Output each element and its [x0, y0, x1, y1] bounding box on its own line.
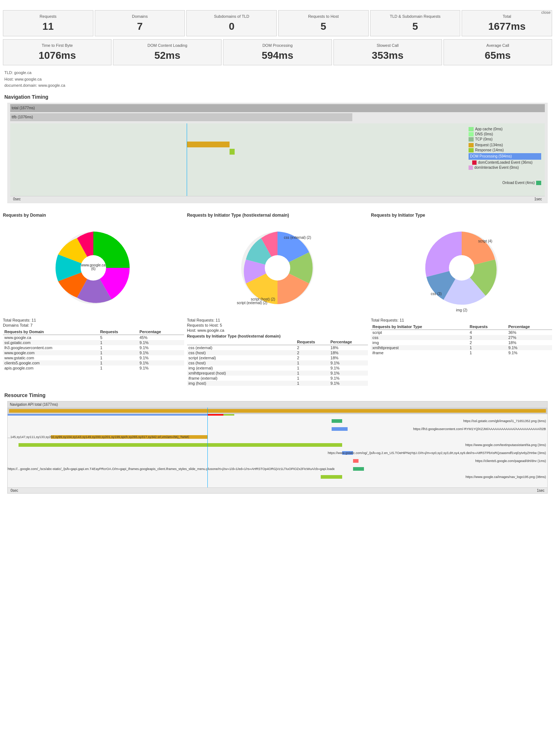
initiator-host-chart-section: Requests by Initiator Type (host/externa… — [187, 213, 368, 386]
initiator-col-percentage: Percentage — [507, 324, 552, 330]
stat-slowest-call: Slowest Call 353ms — [333, 39, 442, 65]
initiator-host-col-requests: Requests — [296, 339, 329, 345]
svg-point-8 — [265, 255, 290, 281]
stat-avg-call: Average Call 65ms — [443, 39, 552, 65]
stat-tld-subdomain-value: 5 — [373, 21, 457, 32]
table-row: lh3.googleusercontent.com19.1% — [3, 345, 184, 350]
stat-subdomains-value: 0 — [190, 21, 274, 32]
initiator-host-table: Requests Percentage css (external)218%cs… — [187, 339, 368, 386]
resource-axis-start: 0sec — [11, 489, 18, 493]
initiator-col-header: Requests by Initiator Type — [371, 324, 468, 330]
table-row: apis.google.com19.1% — [3, 365, 184, 371]
stat-avg-call-label: Average Call — [447, 43, 549, 48]
table-row: img (host)19.1% — [187, 381, 368, 386]
stat-total: Total 1677ms — [462, 10, 552, 36]
stat-requests: Requests 11 — [3, 10, 93, 36]
table-row: img218% — [371, 340, 552, 345]
table-row: css (external)218% — [187, 345, 368, 350]
stat-subdomains-label: Subdomains of TLD — [190, 14, 274, 19]
stat-domains: Domains 7 — [95, 10, 185, 36]
initiator-host-col-percentage: Percentage — [329, 339, 368, 345]
meta-tld: TLD: google.ca — [4, 70, 551, 76]
stat-subdomains: Subdomains of TLD 0 — [186, 10, 277, 36]
table-row: www.google.ca545% — [3, 335, 184, 340]
initiator-host-requests-to-host: Requests to Host: 5 — [187, 323, 368, 327]
table-row: css327% — [371, 335, 552, 340]
table-row: xmlhttprequest (host)19.1% — [187, 371, 368, 376]
stat-requests-value: 11 — [6, 21, 90, 32]
resource-axis-mid: 1sec — [537, 489, 544, 493]
initiator-table-section: Total Requests: 11 Requests by Initiator… — [371, 318, 552, 355]
resource-timing-section: Resource Timing Navigation API total (16… — [0, 389, 555, 500]
stat-requests-label: Requests — [6, 14, 90, 19]
stat-ttfb: Time to First Byte 1076ms — [3, 39, 112, 65]
resource-axis: 0sec 1sec — [8, 487, 547, 493]
svg-text:script (4): script (4) — [478, 239, 492, 243]
stat-avg-call-value: 65ms — [447, 50, 549, 61]
stat-ttfb-value: 1076ms — [6, 50, 108, 61]
initiator-col-requests: Requests — [468, 324, 507, 330]
domain-pie-chart: www.google.ca (6) — [46, 221, 141, 315]
svg-text:css (external) (2): css (external) (2) — [284, 236, 311, 240]
initiator-total-requests: Total Requests: 11 — [371, 318, 552, 322]
nav-timing-title: Navigation Timing — [4, 94, 551, 100]
stat-domains-label: Domains — [98, 14, 182, 19]
initiator-host-table-section: Total Requests: 11 Requests to Host: 5 H… — [187, 318, 368, 386]
stat-tld-subdomain: TLD & Subdomain Requests 5 — [370, 10, 461, 36]
initiator-host-chart-title: Requests by Initiator Type (host/externa… — [187, 213, 368, 218]
stats-row2: Time to First Byte 1076ms DOM Content Lo… — [0, 39, 555, 68]
table-row: iframe (external)19.1% — [187, 376, 368, 381]
table-row: xmlhttprequest19.1% — [371, 345, 552, 350]
nav-timing-chart: App cache (0ms) DNS (0ms) TCP (0ms) Requ… — [10, 123, 545, 196]
initiator-chart-title: Requests by Initiator Type — [371, 213, 552, 218]
initiator-table: Requests by Initiator Type Requests Perc… — [371, 324, 552, 355]
initiator-host-host: Host: www.google.ca — [187, 328, 368, 332]
domain-chart-section: Requests by Domain — [3, 213, 184, 386]
domain-total-requests: Total Requests: 11 — [3, 318, 184, 322]
axis-end: 1sec — [534, 197, 542, 201]
table-row: www.google.com19.1% — [3, 350, 184, 355]
resource-timing-title: Resource Timing — [4, 392, 551, 398]
table-row: www.gstatic.com19.1% — [3, 355, 184, 360]
meta-document-domain: document.domain: www.google.ca — [4, 82, 551, 89]
table-row: clients5.google.com19.1% — [3, 360, 184, 365]
initiator-host-table-header: Requests by Initiator Type (host/externa… — [187, 334, 368, 338]
table-row: ssl.gstatic.com19.1% — [3, 340, 184, 345]
svg-text:img (2): img (2) — [456, 308, 467, 312]
svg-text:(6): (6) — [91, 267, 96, 271]
stat-dom-content-value: 52ms — [116, 50, 218, 61]
domain-col-percentage: Percentage — [138, 329, 184, 335]
stat-requests-host-value: 5 — [281, 21, 365, 32]
svg-text:css (3): css (3) — [431, 292, 442, 296]
domain-table: Requests by Domain Requests Percentage w… — [3, 329, 184, 371]
nav-timing-legend: App cache (0ms) DNS (0ms) TCP (0ms) Requ… — [469, 127, 541, 185]
stat-tld-subdomain-label: TLD & Subdomain Requests — [373, 14, 457, 19]
stat-requests-host: Requests to Host 5 — [278, 10, 369, 36]
nav-ttfb-bar-label: ttfb (1076ms) — [10, 115, 33, 119]
table-row: css (host)19.1% — [187, 360, 368, 365]
svg-text:script (external) (2): script (external) (2) — [237, 301, 267, 305]
domain-chart-title: Requests by Domain — [3, 213, 184, 218]
table-row: iframe19.1% — [371, 350, 552, 355]
stat-dom-content: DOM Content Loading 52ms — [113, 39, 222, 65]
stat-domains-value: 7 — [98, 21, 182, 32]
charts-row: Requests by Domain — [0, 210, 555, 389]
stats-row1: Requests 11 Domains 7 Subdomains of TLD … — [0, 7, 555, 39]
stat-dom-processing-value: 594ms — [226, 50, 328, 61]
svg-point-13 — [449, 255, 474, 281]
stat-dom-content-label: DOM Content Loading — [116, 43, 218, 48]
resource-nav-api-label: Navigation API total (1677ms) — [8, 401, 547, 408]
resource-bars-container: https://ssl.gstatic.com/gb/images/i1_716… — [8, 408, 547, 487]
initiator-host-pie-chart: css (external) (2) script (host) (2) scr… — [230, 221, 325, 315]
nav-timing-wrapper: total (1677ms) ttfb (1076ms) App cache (… — [7, 103, 548, 203]
close-button[interactable]: close — [541, 10, 551, 15]
domain-table-section: Total Requests: 11 Domains Total: 7 Requ… — [3, 318, 184, 371]
stat-slowest-call-value: 353ms — [337, 50, 439, 61]
stat-requests-host-label: Requests to Host — [281, 14, 365, 19]
table-row: script436% — [371, 330, 552, 335]
nav-timing-section: Navigation Timing total (1677ms) ttfb (1… — [0, 90, 555, 210]
domain-domains-total: Domains Total: 7 — [3, 323, 184, 327]
stat-dom-processing-label: DOM Processing — [226, 43, 328, 48]
stat-total-label: Total — [465, 14, 549, 19]
domain-col-domain: Requests by Domain — [3, 329, 99, 335]
